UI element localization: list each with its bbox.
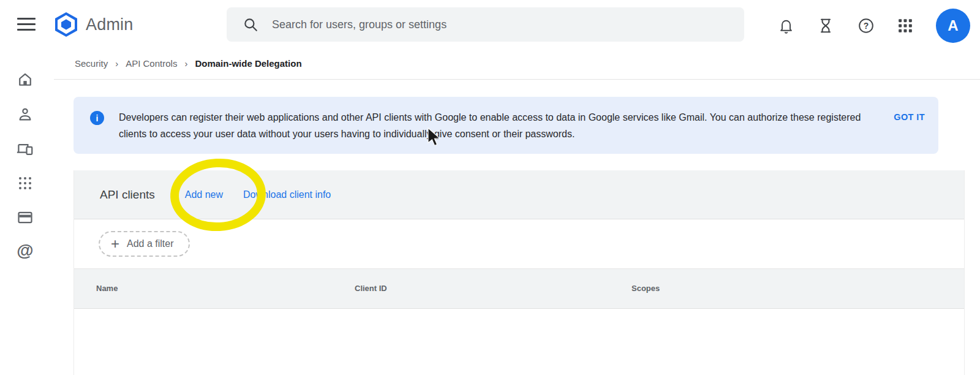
- at-icon[interactable]: @: [15, 240, 36, 261]
- account-avatar[interactable]: A: [936, 9, 970, 43]
- left-nav-rail: @: [0, 49, 54, 375]
- add-filter-label: Add a filter: [127, 238, 173, 249]
- billing-icon[interactable]: [15, 207, 36, 228]
- column-header-name: Name: [96, 284, 118, 293]
- table-header-row: Name Client ID Scopes: [74, 268, 964, 309]
- info-icon: i: [90, 111, 104, 125]
- info-banner: i Developers can register their web appl…: [74, 97, 938, 154]
- download-client-info-button[interactable]: Download client info: [243, 189, 331, 200]
- apps-icon[interactable]: [15, 173, 36, 194]
- avatar-letter: A: [948, 17, 958, 34]
- apps-grid-icon[interactable]: [896, 17, 914, 35]
- divider: [54, 79, 980, 80]
- top-app-bar: Admin ?: [0, 0, 980, 49]
- table-body-empty: [74, 309, 964, 374]
- tasks-hourglass-icon[interactable]: [816, 17, 835, 35]
- breadcrumb-api-controls[interactable]: API Controls: [126, 58, 177, 69]
- breadcrumb-separator: ›: [184, 58, 187, 69]
- admin-logo[interactable]: Admin: [53, 11, 134, 38]
- search-icon: [243, 17, 258, 32]
- notifications-bell-icon[interactable]: [777, 17, 795, 35]
- filter-row: + Add a filter: [74, 219, 964, 268]
- breadcrumb: Security › API Controls › Domain-wide De…: [75, 58, 302, 69]
- search-input[interactable]: [272, 18, 701, 31]
- svg-text:?: ?: [864, 21, 869, 31]
- column-header-client-id: Client ID: [355, 284, 387, 293]
- breadcrumb-current-page: Domain-wide Delegation: [195, 58, 301, 69]
- breadcrumb-separator: ›: [115, 58, 118, 69]
- got-it-button[interactable]: GOT IT: [894, 112, 925, 122]
- menu-icon[interactable]: [17, 18, 36, 31]
- api-clients-toolbar: API clients Add new Download client info: [74, 170, 964, 219]
- devices-icon[interactable]: [15, 138, 36, 159]
- column-header-scopes: Scopes: [631, 284, 660, 293]
- add-new-button[interactable]: Add new: [185, 189, 223, 200]
- plus-icon: +: [111, 237, 119, 251]
- search-bar[interactable]: [227, 7, 744, 42]
- breadcrumb-security[interactable]: Security: [75, 58, 108, 69]
- banner-text: Developers can register their web applic…: [119, 109, 881, 142]
- home-icon[interactable]: [15, 69, 36, 90]
- help-icon[interactable]: ?: [857, 17, 875, 35]
- api-clients-title: API clients: [100, 188, 155, 202]
- api-clients-card: API clients Add new Download client info…: [74, 170, 965, 375]
- users-icon[interactable]: [15, 104, 36, 125]
- admin-hexagon-icon: [53, 11, 80, 38]
- product-name: Admin: [86, 15, 134, 34]
- add-filter-button[interactable]: + Add a filter: [99, 231, 190, 257]
